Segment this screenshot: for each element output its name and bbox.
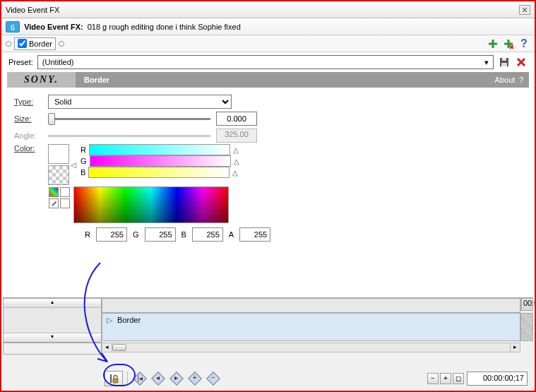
triangle-left-icon: ◁ — [71, 161, 79, 169]
save-preset-button[interactable] — [498, 56, 511, 69]
size-input[interactable] — [216, 112, 257, 126]
about-link[interactable]: About — [495, 76, 516, 84]
r-input[interactable] — [96, 227, 127, 242]
angle-input: 325.00 — [216, 129, 257, 143]
help-button[interactable]: ? — [518, 37, 530, 50]
chain-effect-enable-checkbox[interactable] — [18, 39, 27, 48]
b-label: B — [181, 230, 186, 239]
timeline-left-gutter — [3, 343, 102, 355]
eyedropper-button[interactable] — [49, 198, 59, 208]
delete-preset-button[interactable] — [515, 56, 528, 69]
type-label: Type: — [14, 97, 42, 106]
svg-rect-3 — [113, 379, 118, 383]
r-label: R — [85, 230, 90, 239]
g-slider[interactable] — [90, 155, 231, 167]
g-input[interactable] — [145, 227, 176, 242]
track-header-border[interactable]: ▷ Border — [102, 313, 520, 341]
horizontal-scrollbar[interactable]: ◂ ▸ — [102, 343, 520, 352]
size-slider-thumb[interactable] — [48, 113, 55, 125]
g-label: G — [133, 230, 139, 239]
preset-value: (Untitled) — [42, 58, 74, 66]
chain-effect-label: Border — [29, 40, 52, 48]
fx-title-prefix: Video Event FX: — [24, 23, 83, 31]
timeline-corner — [102, 298, 520, 313]
track-name-label: Border — [117, 316, 141, 324]
window-title: Video Event FX — [6, 6, 59, 14]
b-channel-label: B — [81, 168, 85, 177]
prev-keyframe-button[interactable]: ◂ — [151, 372, 165, 386]
triangle-up-icon: △ — [232, 169, 238, 177]
r-channel-label: R — [81, 145, 86, 154]
brand-logo: SONY. — [7, 72, 76, 88]
zoom-fit-button[interactable]: ◻ — [453, 373, 464, 384]
remove-plugin-button[interactable] — [502, 37, 515, 50]
expand-triangle-icon[interactable]: ▷ — [107, 316, 112, 325]
palette-alt2-button[interactable] — [60, 198, 70, 208]
zoom-out-button[interactable]: − — [427, 373, 439, 384]
a-input[interactable] — [239, 227, 270, 242]
timecode-display[interactable]: 00:00:00;17 — [467, 372, 528, 386]
preset-label: Preset: — [8, 58, 33, 66]
next-keyframe-button[interactable]: ▸ — [169, 372, 184, 386]
first-keyframe-button[interactable]: |◂ — [133, 372, 147, 386]
vertical-scrollbar[interactable]: ▴ ▾ — [3, 298, 102, 343]
size-label: Size: — [14, 114, 42, 123]
cursor-lock-icon — [108, 373, 119, 384]
scroll-left-arrow[interactable]: ◂ — [102, 343, 112, 352]
chain-node-start[interactable] — [6, 41, 11, 47]
angle-label: Angle: — [14, 131, 42, 140]
chevron-down-icon: ▾ — [484, 58, 489, 67]
r-slider[interactable] — [89, 144, 230, 155]
remove-keyframe-button[interactable]: − — [206, 372, 220, 386]
scroll-thumb[interactable] — [112, 344, 126, 351]
ruler-tick: 00:00:00;00 — [521, 299, 536, 310]
plus-green-icon — [488, 39, 498, 49]
plugin-name: Border — [76, 76, 118, 84]
eyedropper-icon — [50, 200, 57, 207]
size-slider[interactable] — [48, 118, 210, 120]
a-label: A — [229, 230, 234, 239]
color-label: Color: — [14, 144, 42, 153]
sync-cursor-button[interactable] — [105, 371, 123, 386]
chain-node-end[interactable] — [59, 41, 64, 47]
window-close-button[interactable] — [519, 5, 530, 15]
close-icon — [522, 7, 528, 13]
svg-rect-1 — [501, 63, 507, 66]
preset-dropdown[interactable]: (Untitled) ▾ — [37, 55, 494, 69]
color-current-swatch[interactable] — [48, 144, 69, 164]
plugin-help-link[interactable]: ? — [519, 76, 523, 84]
triangle-up-icon: △ — [233, 146, 239, 154]
timeline-ruler[interactable]: 00:00:00;00 00:00:00;15 00:00:01;00 00:0… — [520, 298, 533, 311]
x-red-icon — [516, 57, 526, 67]
question-icon: ? — [520, 37, 528, 50]
floppy-icon — [499, 57, 509, 67]
color-spectrum[interactable] — [73, 186, 229, 223]
svg-rect-2 — [502, 58, 506, 61]
clip-name: 018 g rough editing done i think Sophie … — [88, 23, 241, 31]
palette-alt-button[interactable] — [60, 187, 70, 197]
g-channel-label: G — [81, 157, 87, 165]
b-input[interactable] — [192, 227, 223, 242]
scroll-up-arrow[interactable]: ▴ — [4, 299, 101, 308]
palette-button[interactable] — [49, 187, 59, 197]
scroll-right-arrow[interactable]: ▸ — [510, 343, 520, 352]
chain-effect-border[interactable]: Border — [14, 37, 56, 50]
plus-red-x-icon — [504, 39, 513, 49]
color-previous-swatch[interactable] — [48, 165, 69, 185]
event-index-badge: 6 — [6, 21, 20, 32]
add-keyframe-button[interactable]: + — [188, 372, 202, 386]
add-plugin-button[interactable] — [487, 37, 499, 50]
zoom-in-button[interactable]: + — [440, 373, 451, 384]
keyframe-track[interactable] — [520, 313, 533, 341]
triangle-up-icon: △ — [234, 158, 239, 165]
b-slider[interactable] — [88, 167, 230, 178]
type-dropdown[interactable]: Solid — [48, 95, 232, 109]
angle-slider — [48, 135, 210, 137]
scroll-down-arrow[interactable]: ▾ — [4, 333, 101, 342]
